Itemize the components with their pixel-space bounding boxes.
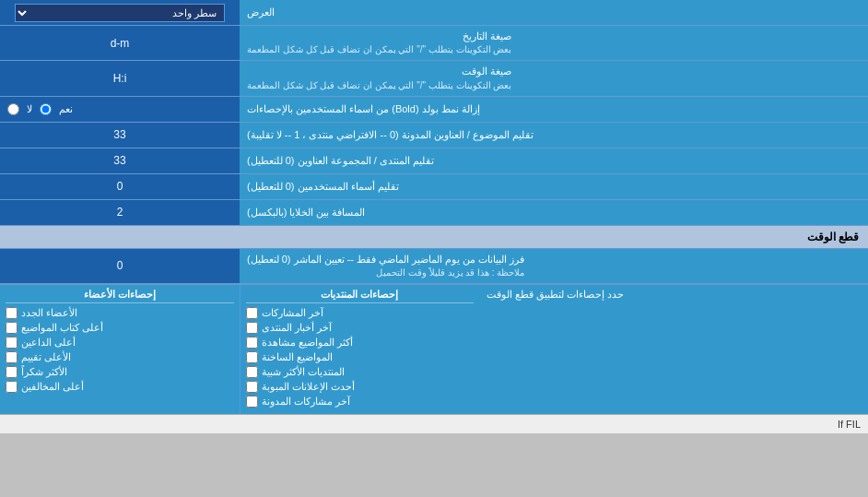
stat-forum-news-checkbox[interactable]	[246, 322, 258, 334]
bold-no-label: لا	[27, 103, 32, 115]
time-format-label: صيغة الوقت بعض التكوينات يتطلب "/" التي …	[240, 61, 868, 95]
stat-item-top-violators: أعلى المخالفين	[6, 381, 234, 393]
cell-distance-input[interactable]	[17, 206, 222, 219]
stat-item-shares: آخر المشاركات	[246, 307, 475, 319]
stat-top-rated-label: الأعلى تقييم	[21, 351, 71, 363]
stat-blog-posts-checkbox[interactable]	[246, 396, 258, 408]
stat-most-thanks-checkbox[interactable]	[6, 366, 18, 378]
topic-title-row: تقليم الموضوع / العناوين المدونة (0 -- ا…	[0, 123, 868, 148]
stats-apply-label: حدد إحصاءات لتطبيق قطع الوقت	[479, 285, 868, 414]
forum-stats-col: إحصاءات المنتديات آخر المشاركات آخر أخبا…	[240, 285, 480, 414]
forum-stats-header: إحصاءات المنتديات	[246, 289, 475, 303]
date-format-input-cell	[0, 26, 240, 60]
stat-item-most-thanks: الأكثر شكراً	[6, 366, 234, 378]
cut-time-header: قطع الوقت	[0, 226, 868, 249]
cut-time-row: فرز البيانات من يوم الماضير الماضي فقط -…	[0, 249, 868, 284]
stat-item-top-writers: أعلى كتاب المواضيع	[6, 322, 234, 334]
stat-item-top-inviters: أعلى الداعين	[6, 337, 234, 349]
topic-title-label: تقليم الموضوع / العناوين المدونة (0 -- ا…	[240, 123, 868, 148]
stat-forum-news-label: آخر أخبار المنتدى	[262, 322, 332, 334]
stat-item-blog-posts: آخر مشاركات المدونة	[246, 396, 475, 408]
time-format-input-cell	[0, 61, 240, 95]
username-trim-input-cell	[0, 174, 240, 199]
bold-no-radio[interactable]	[7, 103, 19, 115]
cell-distance-row: المسافة بين الخلايا (بالبكسل)	[0, 200, 868, 226]
cut-time-input-cell	[0, 249, 240, 283]
stat-item-popular-forum: المنتديات الأكثر شبية	[246, 366, 475, 378]
cut-time-input[interactable]	[17, 259, 222, 272]
bold-yes-label: نعم	[59, 103, 73, 115]
stat-shares-label: آخر المشاركات	[262, 307, 323, 319]
stat-most-viewed-label: أكثر المواضيع مشاهدة	[262, 337, 353, 349]
date-format-row: صيغة التاريخ بعض التكوينات يتطلب "/" الت…	[0, 26, 868, 61]
date-format-input[interactable]	[17, 37, 222, 50]
username-trim-row: تقليم أسماء المستخدمين (0 للتعطيل)	[0, 174, 868, 200]
stat-shares-checkbox[interactable]	[246, 307, 258, 319]
forum-group-input[interactable]	[17, 154, 222, 167]
stat-item-hot: المواضيع الساخنة	[246, 351, 475, 363]
stat-hot-label: المواضيع الساخنة	[262, 351, 333, 363]
member-stats-header: إحصاءات الأعضاء	[6, 289, 234, 303]
username-trim-label: تقليم أسماء المستخدمين (0 للتعطيل)	[240, 174, 868, 199]
stat-top-violators-label: أعلى المخالفين	[21, 381, 84, 393]
stats-columns: إحصاءات المنتديات آخر المشاركات آخر أخبا…	[0, 285, 479, 414]
stat-popular-forum-checkbox[interactable]	[246, 366, 258, 378]
stat-item-top-rated: الأعلى تقييم	[6, 351, 234, 363]
bold-yes-radio[interactable]	[40, 103, 52, 115]
stat-item-most-viewed: أكثر المواضيع مشاهدة	[246, 337, 475, 349]
stat-top-inviters-label: أعلى الداعين	[21, 337, 76, 349]
topic-title-input[interactable]	[17, 128, 222, 141]
stats-section: حدد إحصاءات لتطبيق قطع الوقت إحصاءات الم…	[0, 284, 868, 414]
stat-classifieds-label: أحدث الإعلانات المبوبة	[262, 381, 355, 393]
forum-group-input-cell	[0, 148, 240, 173]
header-label: العرض	[240, 0, 868, 25]
bottom-note: If FIL	[0, 414, 868, 433]
stat-new-members-label: الأعضاء الجدد	[21, 307, 77, 319]
main-container: العرض سطر واحد سطرين ثلاثة أسطر صيغة الت…	[0, 0, 868, 433]
time-format-input[interactable]	[17, 72, 222, 85]
stat-most-viewed-checkbox[interactable]	[246, 337, 258, 349]
stat-new-members-checkbox[interactable]	[6, 307, 18, 319]
time-format-row: صيغة الوقت بعض التكوينات يتطلب "/" التي …	[0, 61, 868, 96]
forum-group-label: تقليم المنتدى / المجموعة العناوين (0 للت…	[240, 148, 868, 173]
cut-time-label: فرز البيانات من يوم الماضير الماضي فقط -…	[240, 249, 868, 283]
stat-popular-forum-label: المنتديات الأكثر شبية	[262, 366, 345, 378]
bold-remove-radio-cell: نعم لا	[0, 97, 240, 122]
stat-item-forum-news: آخر أخبار المنتدى	[246, 322, 475, 334]
view-dropdown-cell[interactable]: سطر واحد سطرين ثلاثة أسطر	[0, 0, 240, 25]
bold-remove-label: إزالة نمط بولد (Bold) من اسماء المستخدمي…	[240, 97, 868, 122]
stat-top-violators-checkbox[interactable]	[6, 381, 18, 393]
username-trim-input[interactable]	[17, 180, 222, 193]
stat-most-thanks-label: الأكثر شكراً	[21, 366, 67, 378]
stat-top-writers-label: أعلى كتاب المواضيع	[21, 322, 103, 334]
stat-top-writers-checkbox[interactable]	[6, 322, 18, 334]
topic-title-input-cell	[0, 123, 240, 148]
stat-hot-checkbox[interactable]	[246, 351, 258, 363]
stat-blog-posts-label: آخر مشاركات المدونة	[262, 396, 350, 408]
forum-group-row: تقليم المنتدى / المجموعة العناوين (0 للت…	[0, 148, 868, 174]
stat-classifieds-checkbox[interactable]	[246, 381, 258, 393]
stat-top-rated-checkbox[interactable]	[6, 351, 18, 363]
view-dropdown[interactable]: سطر واحد سطرين ثلاثة أسطر	[15, 4, 226, 22]
cell-distance-label: المسافة بين الخلايا (بالبكسل)	[240, 200, 868, 225]
date-format-label: صيغة التاريخ بعض التكوينات يتطلب "/" الت…	[240, 26, 868, 60]
stat-item-new-members: الأعضاء الجدد	[6, 307, 234, 319]
bold-remove-row: إزالة نمط بولد (Bold) من اسماء المستخدمي…	[0, 97, 868, 123]
cell-distance-input-cell	[0, 200, 240, 225]
member-stats-col: إحصاءات الأعضاء الأعضاء الجدد أعلى كتاب …	[0, 285, 240, 414]
stat-item-classifieds: أحدث الإعلانات المبوبة	[246, 381, 475, 393]
stat-top-inviters-checkbox[interactable]	[6, 337, 18, 349]
header-row: العرض سطر واحد سطرين ثلاثة أسطر	[0, 0, 868, 26]
